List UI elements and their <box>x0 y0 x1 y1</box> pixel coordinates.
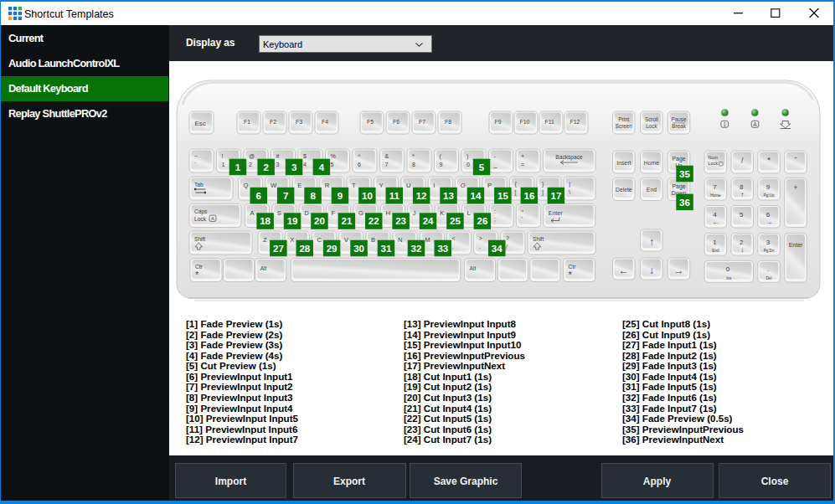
svg-text:C: C <box>317 236 322 244</box>
svg-text:*: * <box>767 155 771 164</box>
svg-text:1: 1 <box>713 239 717 246</box>
svg-text:M: M <box>425 236 430 244</box>
svg-text:O: O <box>461 182 466 189</box>
svg-text:End: End <box>647 187 657 193</box>
svg-text:-: - <box>794 152 796 162</box>
svg-text:,: , <box>452 244 454 249</box>
svg-text:→: → <box>674 265 684 276</box>
svg-text:←: ← <box>712 219 719 226</box>
svg-text:Backspace: Backspace <box>555 154 583 161</box>
svg-text:10: 10 <box>362 191 373 201</box>
svg-text:20: 20 <box>314 216 325 226</box>
svg-text:Ins: Ins <box>726 276 732 280</box>
svg-text:23: 23 <box>395 216 406 226</box>
svg-text:F: F <box>332 209 336 217</box>
svg-text:8: 8 <box>740 183 744 191</box>
svg-text:A: A <box>211 216 214 221</box>
svg-text:.: . <box>767 265 769 273</box>
svg-text:Pg Up: Pg Up <box>764 193 775 198</box>
svg-text:Lock: Lock <box>646 123 657 129</box>
svg-text:!: ! <box>222 153 224 159</box>
svg-text:&: & <box>385 153 389 159</box>
svg-text:=: = <box>521 162 524 167</box>
svg-text:Scroll: Scroll <box>645 116 658 122</box>
svg-text:4: 4 <box>303 162 307 167</box>
svg-text:0: 0 <box>726 265 730 273</box>
svg-text:End: End <box>712 249 719 253</box>
svg-text:2: 2 <box>740 239 744 246</box>
svg-text:↓: ↓ <box>649 265 654 276</box>
svg-text:P: P <box>487 182 492 189</box>
svg-text:>: > <box>479 235 482 241</box>
svg-text:~: ~ <box>194 153 198 159</box>
svg-text:`: ` <box>194 162 196 167</box>
svg-text:3: 3 <box>291 162 296 172</box>
svg-text:\: \ <box>569 189 570 195</box>
svg-text:Y: Y <box>379 182 384 189</box>
svg-text:1: 1 <box>235 162 241 172</box>
svg-text:24: 24 <box>423 216 434 226</box>
svg-text:F2: F2 <box>270 119 276 125</box>
svg-text:3: 3 <box>276 162 280 167</box>
svg-text:L: L <box>467 209 471 217</box>
svg-text:26: 26 <box>477 216 488 226</box>
svg-text:Print: Print <box>618 116 629 122</box>
svg-text:F11: F11 <box>545 119 554 125</box>
svg-text:+: + <box>794 183 798 192</box>
svg-text:Tab: Tab <box>194 182 204 188</box>
svg-text:5: 5 <box>740 211 744 219</box>
svg-text:7: 7 <box>283 191 288 201</box>
svg-text:': ' <box>521 216 522 222</box>
svg-text:#: # <box>276 153 280 159</box>
svg-text:6: 6 <box>358 162 361 167</box>
svg-text:J: J <box>413 209 416 217</box>
svg-text:13: 13 <box>443 191 454 201</box>
svg-text:→: → <box>765 219 772 226</box>
svg-text:3: 3 <box>766 239 771 246</box>
svg-text:G: G <box>358 209 363 217</box>
svg-text:U: U <box>406 182 410 189</box>
svg-text:Pause: Pause <box>671 116 687 122</box>
svg-text:22: 22 <box>369 216 379 226</box>
svg-text:|: | <box>569 181 570 188</box>
svg-text:+: + <box>521 153 524 159</box>
svg-text:@: @ <box>249 153 255 159</box>
svg-text:28: 28 <box>299 244 310 254</box>
svg-text:Pg Dn: Pg Dn <box>764 249 775 253</box>
svg-text:18: 18 <box>260 216 271 226</box>
svg-text:R: R <box>325 182 330 189</box>
svg-text:11: 11 <box>389 191 400 201</box>
svg-text:Shift: Shift <box>533 236 544 242</box>
svg-text:F7: F7 <box>419 119 425 125</box>
svg-text:Num: Num <box>709 155 719 160</box>
svg-text:D: D <box>304 209 309 217</box>
svg-text:1: 1 <box>222 162 225 167</box>
svg-text:Alt: Alt <box>260 265 267 271</box>
svg-text:F9: F9 <box>495 119 502 125</box>
svg-text:Page: Page <box>673 156 686 162</box>
svg-text:Break: Break <box>672 123 686 129</box>
svg-text:31: 31 <box>381 244 392 254</box>
svg-text:34: 34 <box>492 244 503 254</box>
svg-text:Del: Del <box>766 276 772 280</box>
svg-text:K: K <box>440 209 444 217</box>
svg-text:E: E <box>297 182 302 189</box>
svg-text:B: B <box>371 236 375 244</box>
svg-text:25: 25 <box>450 216 461 226</box>
svg-text:*: * <box>412 153 415 159</box>
svg-text:*: * <box>195 270 199 280</box>
svg-text:4: 4 <box>713 211 717 219</box>
svg-text:X: X <box>290 236 294 244</box>
svg-text:N: N <box>398 236 402 244</box>
svg-text:T: T <box>352 182 356 189</box>
svg-text:F10: F10 <box>520 119 530 125</box>
svg-text:5: 5 <box>479 162 485 172</box>
svg-text:6: 6 <box>256 191 261 201</box>
svg-text:S: S <box>277 209 281 217</box>
svg-text:7: 7 <box>385 162 389 167</box>
svg-text:F1: F1 <box>244 119 250 125</box>
svg-text:21: 21 <box>342 216 353 226</box>
svg-text:35: 35 <box>679 169 690 179</box>
svg-text:Q: Q <box>244 182 249 189</box>
svg-text:F12: F12 <box>570 119 580 125</box>
